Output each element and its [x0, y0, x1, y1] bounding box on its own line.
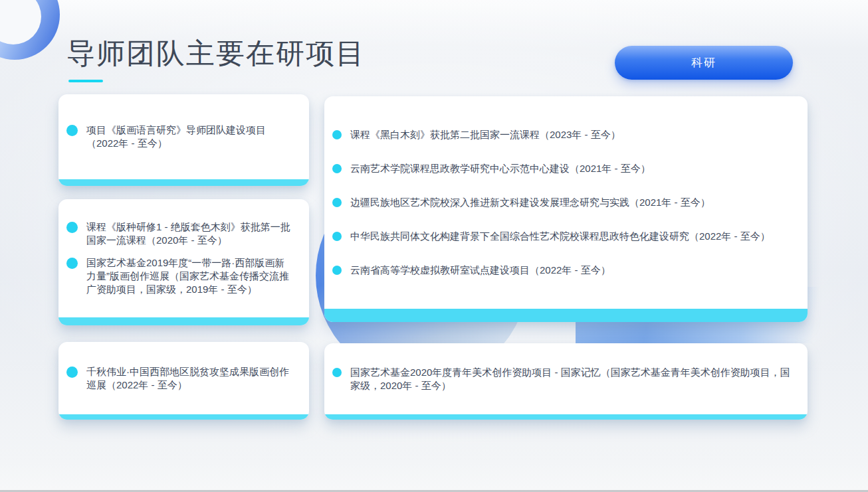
card-accent-strip [324, 309, 808, 322]
project-item: 云南艺术学院课程思政教学研究中心示范中心建设（2021年 - 至今） [332, 162, 790, 175]
project-text: 项目《版画语言研究》导师团队建设项目（2022年 - 至今） [86, 123, 292, 150]
project-item: 国家艺术基金2020年度青年美术创作资助项目 - 国家记忆（国家艺术基金青年美术… [332, 366, 790, 392]
project-card-right-1: 课程《黑白木刻》获批第二批国家一流课程（2023年 - 至今） 云南艺术学院课程… [324, 96, 808, 322]
project-item: 国家艺术基金2019年度“一带一路·西部版画新力量”版画创作巡展（国家艺术基金传… [66, 256, 292, 296]
project-item: 边疆民族地区艺术院校深入推进新文科建设发展理念研究与实践（2021年 - 至今） [332, 196, 790, 209]
bullet-dot-icon [66, 258, 78, 269]
project-card-left-3: 千秋伟业·中国西部地区脱贫攻坚成果版画创作巡展（2022年 - 至今） [58, 342, 309, 420]
title-block: 导师团队主要在研项目 [66, 33, 366, 82]
bullet-dot-icon [66, 367, 78, 378]
project-card-left-1: 项目《版画语言研究》导师团队建设项目（2022年 - 至今） [58, 94, 309, 186]
project-item: 项目《版画语言研究》导师团队建设项目（2022年 - 至今） [66, 123, 292, 150]
page-title: 导师团队主要在研项目 [66, 33, 366, 74]
bullet-dot-icon [332, 368, 342, 377]
category-button[interactable]: 科研 [615, 46, 793, 80]
card-accent-strip [58, 317, 309, 325]
project-item: 课程《黑白木刻》获批第二批国家一流课程（2023年 - 至今） [332, 128, 790, 141]
project-text: 云南省高等学校虚拟教研室试点建设项目（2022年 - 至今） [350, 264, 611, 277]
project-card-left-2: 课程《版种研修1 - 绝版套色木刻》获批第一批国家一流课程（2020年 - 至今… [58, 199, 309, 325]
card-body: 国家艺术基金2020年度青年美术创作资助项目 - 国家记忆（国家艺术基金青年美术… [324, 343, 808, 414]
bullet-dot-icon [66, 125, 78, 136]
project-text: 国家艺术基金2019年度“一带一路·西部版画新力量”版画创作巡展（国家艺术基金传… [86, 256, 292, 296]
project-text: 国家艺术基金2020年度青年美术创作资助项目 - 国家记忆（国家艺术基金青年美术… [350, 366, 790, 392]
bullet-dot-icon [66, 222, 78, 233]
bullet-dot-icon [332, 198, 342, 207]
card-accent-strip [58, 414, 309, 420]
project-item: 千秋伟业·中国西部地区脱贫攻坚成果版画创作巡展（2022年 - 至今） [66, 365, 292, 392]
bullet-dot-icon [332, 130, 342, 139]
project-text: 边疆民族地区艺术院校深入推进新文科建设发展理念研究与实践（2021年 - 至今） [350, 196, 710, 209]
project-text: 千秋伟业·中国西部地区脱贫攻坚成果版画创作巡展（2022年 - 至今） [86, 365, 292, 392]
project-text: 课程《黑白木刻》获批第二批国家一流课程（2023年 - 至今） [350, 128, 621, 141]
card-body: 课程《版种研修1 - 绝版套色木刻》获批第一批国家一流课程（2020年 - 至今… [58, 199, 309, 317]
project-text: 中华民族共同体文化构建背景下全国综合性艺术院校课程思政特色化建设研究（2022年… [350, 230, 770, 243]
card-body: 千秋伟业·中国西部地区脱贫攻坚成果版画创作巡展（2022年 - 至今） [58, 342, 309, 414]
card-accent-strip [58, 179, 309, 186]
project-text: 云南艺术学院课程思政教学研究中心示范中心建设（2021年 - 至今） [350, 162, 651, 175]
card-body: 课程《黑白木刻》获批第二批国家一流课程（2023年 - 至今） 云南艺术学院课程… [324, 96, 808, 309]
card-body: 项目《版画语言研究》导师团队建设项目（2022年 - 至今） [58, 94, 309, 179]
project-card-right-2: 国家艺术基金2020年度青年美术创作资助项目 - 国家记忆（国家艺术基金青年美术… [324, 343, 808, 420]
project-text: 课程《版种研修1 - 绝版套色木刻》获批第一批国家一流课程（2020年 - 至今… [86, 220, 292, 247]
card-accent-strip [324, 414, 808, 420]
title-underline [68, 80, 103, 82]
bullet-dot-icon [332, 266, 342, 275]
bullet-dot-icon [332, 164, 342, 173]
slide-canvas: 导师团队主要在研项目 科研 项目《版画语言研究》导师团队建设项目（2022年 -… [0, 0, 868, 492]
project-item: 中华民族共同体文化构建背景下全国综合性艺术院校课程思政特色化建设研究（2022年… [332, 230, 790, 243]
project-item: 课程《版种研修1 - 绝版套色木刻》获批第一批国家一流课程（2020年 - 至今… [66, 220, 292, 247]
project-item: 云南省高等学校虚拟教研室试点建设项目（2022年 - 至今） [332, 264, 790, 277]
bullet-dot-icon [332, 232, 342, 241]
